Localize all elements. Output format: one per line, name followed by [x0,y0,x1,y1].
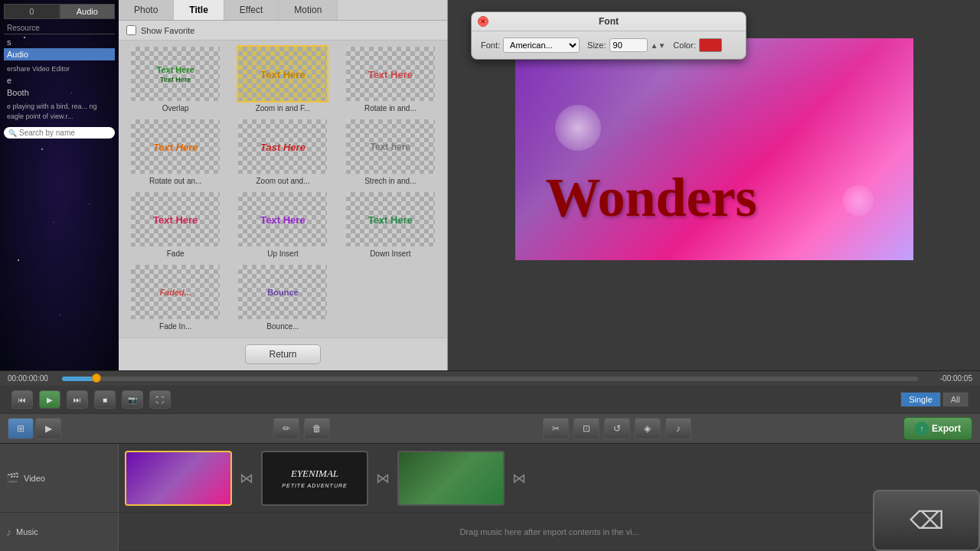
tl-photo-view-btn[interactable]: ⊞ [8,418,34,439]
title-cell-rotate-in[interactable]: Text Here Rotate in and... [338,45,443,115]
tab-effect[interactable]: Effect [224,0,279,20]
audio-action-btn[interactable]: ♪ [665,418,691,439]
title-preview-overlap[interactable]: Text HereText Here [129,45,221,103]
transition-3[interactable]: ⋈ [508,463,531,494]
clip-logo: EYENIMAL PETITE ADVENTURE [282,468,347,489]
progress-thumb[interactable] [92,373,101,383]
color-swatch[interactable] [699,38,722,52]
size-stepper[interactable]: ▲▼ [651,41,666,50]
tab-motion[interactable]: Motion [279,0,338,20]
timeline-toolbar: ⊞ ▶ ✏ 🗑 ✂ ⊡ ↺ ◈ ♪ ↑ E [0,413,980,443]
remaining-time: -00:00:05 [923,374,972,383]
tab-photo[interactable]: Photo [119,0,174,20]
font-label: Font: [481,41,500,50]
progress-track[interactable] [62,377,918,381]
title-cell-fade[interactable]: Text Here Fade [123,191,227,260]
music-track-name: Music [16,527,38,536]
title-text-down-insert: Text Here [368,214,413,225]
return-button[interactable]: Return [245,344,320,364]
show-favorite-checkbox[interactable] [126,25,136,35]
transition-1[interactable]: ⋈ [235,463,258,494]
clip-green[interactable] [397,451,505,506]
title-preview-stretch-in[interactable]: Text here [345,118,436,175]
title-preview-zoom-in[interactable]: Text Here [237,45,328,103]
title-preview-fade[interactable]: Text Here [129,191,221,248]
title-preview-down-insert[interactable]: Text Here [345,191,436,248]
title-cell-extra1[interactable]: Faded... Fade In... [123,263,227,333]
sidebar-tab-0[interactable]: 0 [4,4,60,19]
title-cell-zoom-out[interactable]: Tast Here Zoom out and... [230,118,335,187]
title-cell-up-insert[interactable]: Text Here Up Insert [230,191,335,260]
title-preview-rotate-out[interactable]: Text Here [129,118,221,175]
export-button[interactable]: ↑ Export [903,417,972,440]
transition-2[interactable]: ⋈ [371,463,394,494]
close-button[interactable]: ✕ [478,16,488,27]
rotate-action-btn[interactable]: ↺ [604,418,630,439]
title-cell-stretch-in[interactable]: Text here Strech in and... [338,118,443,187]
title-preview-zoom-out[interactable]: Tast Here [237,118,328,175]
color-field-group: Color: [673,38,721,52]
video-preview: Wonders [515,38,913,260]
all-view-button[interactable]: All [942,392,969,407]
size-field-group: Size: ▲▼ [587,38,665,52]
delete-icon: 🗑 [312,423,322,434]
rotate-icon: ↺ [613,423,621,434]
title-cell-rotate-out[interactable]: Text Here Rotate out an... [123,118,227,187]
show-favorite-row: Show Favorite [119,21,447,41]
edit-action-btn[interactable]: ✏ [273,418,299,439]
title-label-fade: Fade [167,249,185,258]
preview-area: ✕ Font Font: American... Size: ▲▼ Color: [448,0,980,370]
sidebar-menu-e[interactable]: e [4,74,115,86]
font-select[interactable]: American... [503,37,580,53]
rewind-button[interactable]: ⏮ [11,390,33,409]
play-icon: ▶ [47,396,53,404]
title-label-down-insert: Down Insert [370,249,410,258]
color-action-btn[interactable]: ◈ [635,418,661,439]
cut-icon: ✂ [552,423,560,434]
tl-view-group: ⊞ ▶ [8,418,61,439]
cut-action-btn[interactable]: ✂ [543,418,569,439]
music-empty-hint: Drag music here after import contents in… [125,527,974,536]
title-cell-overlap[interactable]: Text HereText Here Overlap [123,45,227,115]
clip-purple[interactable] [125,451,232,506]
title-grid: Text HereText Here Overlap Text Here Zoo… [119,41,447,337]
title-preview-extra2[interactable]: Bounce [237,263,328,321]
clip-dark[interactable]: EYENIMAL PETITE ADVENTURE [261,451,368,506]
title-preview-extra1[interactable]: Faded... [129,263,221,321]
title-label-zoom-out: Zoom out and... [256,177,309,185]
video-track-label: 🎬 Video [0,444,119,512]
play-button[interactable]: ▶ [39,390,60,409]
snapshot-button[interactable]: 📷 [122,390,143,409]
title-label-extra1: Fade In... [159,322,191,331]
sidebar-menu-audio[interactable]: Audio [4,48,115,60]
search-bar[interactable]: 🔍 [4,127,115,139]
view-mode-group: Single All [900,392,969,407]
sidebar-menu-booth[interactable]: Booth [4,86,115,99]
title-cell-down-insert[interactable]: Text Here Down Insert [338,191,443,260]
video-track-row: 🎬 Video ⋈ EYENIMAL PETITE ADVENTURE ⋈ [0,444,980,513]
title-text-rotate-out: Text Here [153,141,198,152]
tl-video-view-btn[interactable]: ▶ [35,418,61,439]
title-cell-zoom-in[interactable]: Text Here Zoom in and F... [230,45,335,115]
fullscreen-button[interactable]: ⛶ [149,390,171,409]
single-view-button[interactable]: Single [900,392,941,407]
font-dialog-title-bar: ✕ Font [472,12,746,31]
delete-action-btn[interactable]: 🗑 [304,418,330,439]
stop-button[interactable]: ■ [94,390,116,409]
progress-bar-area: 00:00:00:00 -00:00:05 [0,371,980,386]
size-input[interactable] [609,38,648,52]
trim-icon: ⊡ [583,423,590,434]
title-preview-rotate-in[interactable]: Text Here [345,45,436,103]
backspace-overlay[interactable]: ⌫ [873,490,980,551]
title-preview-up-insert[interactable]: Text Here [237,191,328,248]
sidebar-tab-audio[interactable]: Audio [60,4,116,19]
title-text-zoom-out: Tast Here [260,141,305,152]
trim-action-btn[interactable]: ⊡ [573,418,599,439]
search-input[interactable] [19,129,110,137]
export-label: Export [932,423,961,434]
title-cell-extra2[interactable]: Bounce Bounce... [230,263,335,333]
forward-button[interactable]: ⏭ [67,390,88,409]
sidebar-menu-s[interactable]: s [4,36,115,48]
tab-title[interactable]: Title [174,0,224,20]
title-label-rotate-in: Rotate in and... [364,104,416,112]
